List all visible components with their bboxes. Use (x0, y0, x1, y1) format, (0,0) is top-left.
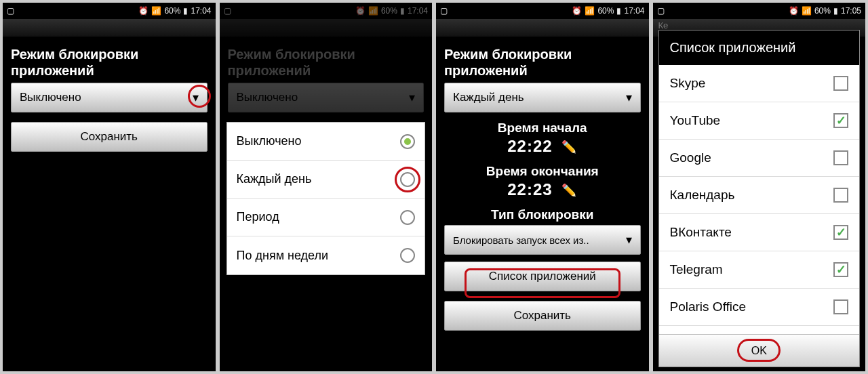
cast-icon: ▢ (657, 6, 665, 16)
page-title: Режим блокировки приложений (228, 41, 425, 83)
app-row[interactable]: Skype (659, 65, 860, 102)
edit-icon: ✏️ (561, 183, 577, 198)
app-row[interactable]: Polaris Office (659, 289, 860, 326)
end-time-row[interactable]: 22:23 ✏️ (444, 180, 641, 199)
checkbox-icon[interactable]: ✓ (833, 225, 848, 240)
option-daily[interactable]: Каждый день (227, 161, 425, 199)
caret-down-icon: ▾ (626, 232, 632, 247)
app-titlebar (436, 19, 649, 37)
dialog-title: Список приложений (659, 30, 860, 65)
block-type-spinner[interactable]: Блокировать запуск всех из.. ▾ (444, 225, 641, 255)
app-titlebar (220, 19, 433, 37)
battery-percent: 60% (597, 6, 614, 16)
block-type-label: Тип блокировки (444, 207, 641, 222)
mode-spinner-value: Каждый день (453, 91, 524, 104)
annotation-circle (188, 85, 211, 108)
clock: 17:04 (408, 6, 428, 16)
end-time-value: 22:23 (507, 180, 552, 199)
signal-icon: 📶 (585, 6, 595, 16)
screen-3: ▢ ⏰ 📶 60% ▮ 17:04 Режим блокировки прило… (436, 3, 649, 371)
app-row[interactable]: ВКонтакте ✓ (659, 214, 860, 251)
checkbox-icon[interactable]: ✓ (833, 113, 848, 128)
battery-percent: 60% (164, 6, 180, 16)
page-title: Режим блокировки приложений (444, 41, 641, 83)
option-label: Каждый день (237, 172, 312, 186)
app-name: Telegram (670, 262, 723, 277)
status-bar: ▢ ⏰ 📶 60% ▮ 17:05 (653, 3, 866, 19)
alarm-icon: ⏰ (355, 6, 366, 16)
app-row[interactable]: Telegram ✓ (659, 251, 860, 289)
app-name: YouTube (670, 113, 721, 128)
app-row[interactable]: Календарь (659, 177, 860, 214)
app-titlebar (3, 19, 216, 37)
start-time-row[interactable]: 22:22 ✏️ (444, 137, 641, 156)
option-label: Период (237, 210, 279, 224)
cast-icon: ▢ (224, 6, 231, 16)
battery-icon: ▮ (183, 6, 188, 16)
save-button[interactable]: Сохранить (11, 122, 208, 152)
status-bar: ▢ ⏰ 📶 60% ▮ 17:04 (220, 3, 433, 19)
app-row[interactable]: YouTube ✓ (659, 102, 860, 140)
cast-icon: ▢ (7, 6, 14, 16)
signal-icon: 📶 (368, 6, 378, 16)
option-label: По дням недели (237, 249, 329, 263)
ok-button[interactable]: OK (659, 334, 860, 367)
start-time-label: Время начала (444, 121, 641, 136)
radio-icon (400, 248, 415, 263)
mode-spinner-value: Выключено (237, 91, 298, 104)
block-type-value: Блокировать запуск всех из.. (453, 234, 589, 246)
caret-down-icon: ▾ (409, 90, 415, 105)
caret-down-icon: ▾ (626, 90, 632, 105)
mode-spinner[interactable]: Выключено ▾ (11, 83, 208, 112)
clock: 17:04 (624, 6, 644, 16)
status-bar: ▢ ⏰ 📶 60% ▮ 17:04 (3, 3, 216, 19)
option-period[interactable]: Период (227, 199, 425, 236)
option-weekdays[interactable]: По дням недели (227, 236, 425, 274)
mode-options-dialog: Выключено Каждый день Период По дням нед… (226, 122, 426, 275)
clock: 17:05 (841, 6, 861, 16)
checkbox-icon[interactable] (833, 299, 848, 314)
end-time-label: Время окончания (444, 164, 641, 179)
checkbox-icon[interactable] (833, 150, 848, 165)
battery-icon: ▮ (616, 6, 621, 16)
mode-spinner[interactable]: Каждый день ▾ (444, 83, 641, 112)
app-list-dialog: Список приложений Skype YouTube ✓ Google… (658, 30, 861, 367)
battery-percent: 60% (381, 6, 397, 16)
app-list-button[interactable]: Список приложений (444, 262, 641, 291)
battery-icon: ▮ (833, 6, 838, 16)
option-label: Выключено (237, 134, 302, 148)
checkbox-icon[interactable]: ✓ (833, 262, 848, 277)
alarm-icon: ⏰ (138, 6, 149, 16)
mode-spinner[interactable]: Выключено ▾ (228, 83, 425, 112)
caret-down-icon: ▾ (193, 90, 199, 105)
checkbox-icon[interactable] (833, 188, 848, 203)
app-name: ВКонтакте (670, 225, 732, 240)
radio-icon (400, 210, 415, 225)
battery-icon: ▮ (400, 6, 405, 16)
alarm-icon: ⏰ (572, 6, 582, 16)
signal-icon: 📶 (802, 6, 812, 16)
screen-1: ▢ ⏰ 📶 60% ▮ 17:04 Режим блокировки прило… (3, 3, 216, 371)
radio-icon (400, 134, 415, 149)
signal-icon: 📶 (151, 6, 161, 16)
app-name: Skype (670, 76, 706, 91)
mode-spinner-value: Выключено (20, 91, 81, 104)
alarm-icon: ⏰ (789, 6, 799, 16)
page-title: Режим блокировки приложений (11, 41, 208, 83)
screen-4: ▢ ⏰ 📶 60% ▮ 17:05 Ке Список приложений S… (653, 3, 866, 371)
clock: 17:04 (191, 6, 211, 16)
save-button[interactable]: Сохранить (444, 301, 641, 331)
edit-icon: ✏️ (561, 140, 577, 154)
radio-icon (400, 172, 415, 187)
cast-icon: ▢ (440, 6, 448, 16)
background-hint: Ке (658, 20, 669, 30)
ok-label: OK (751, 345, 767, 357)
app-name: Google (670, 150, 711, 165)
checkbox-icon[interactable] (833, 76, 848, 91)
app-name: Polaris Office (670, 299, 747, 314)
screen-2: ▢ ⏰ 📶 60% ▮ 17:04 Режим блокировки прило… (220, 3, 433, 371)
option-off[interactable]: Выключено (227, 123, 425, 161)
start-time-value: 22:22 (507, 137, 552, 155)
app-list[interactable]: Skype YouTube ✓ Google Календарь ВКонтак… (659, 65, 860, 334)
app-row[interactable]: Google (659, 140, 860, 177)
